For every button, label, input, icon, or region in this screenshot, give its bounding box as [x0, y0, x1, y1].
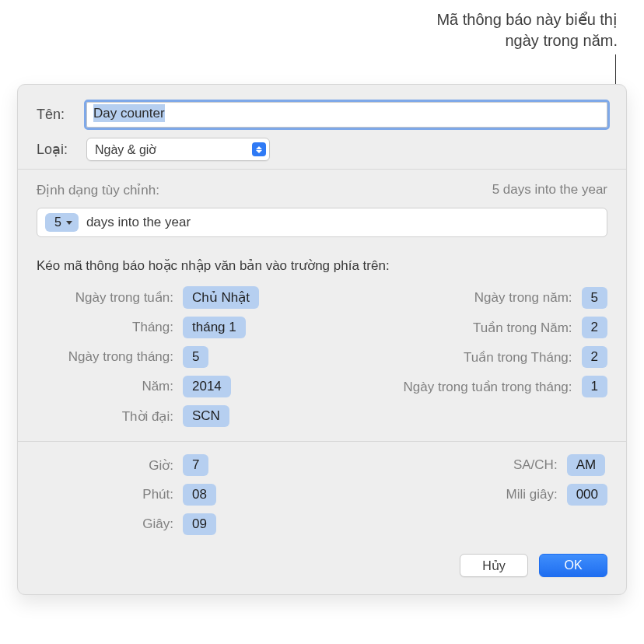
ok-button[interactable]: OK	[539, 554, 607, 577]
label-year: Năm:	[37, 379, 173, 394]
chevron-down-icon	[66, 221, 72, 225]
label-ampm: SA/CH:	[359, 457, 558, 473]
token-hour[interactable]: 7	[183, 454, 208, 476]
custom-format-dialog: Tên: Day counter Loại: Ngày & giờ Định d…	[17, 84, 627, 595]
label-day-of-week: Ngày trong tuần:	[37, 289, 173, 306]
label-era: Thời đại:	[37, 408, 173, 425]
token-week-of-month[interactable]: 2	[582, 346, 607, 368]
label-weekday-in-month: Ngày trong tuần trong tháng:	[373, 379, 572, 395]
cancel-button-label: Hủy	[482, 558, 506, 573]
label-hour: Giờ:	[37, 457, 173, 474]
label-day-of-year: Ngày trong năm:	[373, 290, 572, 306]
custom-format-preview: 5 days into the year	[492, 182, 607, 198]
token-week-of-year[interactable]: 2	[582, 317, 607, 338]
token-second[interactable]: 09	[183, 513, 216, 535]
chevron-updown-icon	[252, 142, 266, 156]
name-label: Tên:	[37, 107, 86, 123]
callout-text: Mã thông báo này biểu thị ngày trong năm…	[291, 9, 618, 51]
label-minute: Phút:	[37, 487, 173, 502]
custom-format-title: Định dạng tùy chỉnh:	[37, 182, 159, 198]
format-token-value: 5	[54, 215, 61, 229]
name-input[interactable]: Day counter	[86, 102, 607, 128]
label-month: Tháng:	[37, 320, 173, 335]
divider	[18, 441, 626, 442]
token-ms[interactable]: 000	[567, 484, 607, 506]
name-input-value: Day counter	[93, 104, 165, 122]
divider	[18, 169, 626, 170]
cancel-button[interactable]: Hủy	[460, 554, 528, 577]
token-minute[interactable]: 08	[183, 484, 216, 506]
format-field[interactable]: 5 days into the year	[37, 208, 607, 237]
token-day-of-week[interactable]: Chủ Nhật	[183, 286, 259, 309]
token-era[interactable]: SCN	[183, 405, 229, 427]
token-day-of-year[interactable]: 5	[582, 287, 607, 309]
callout-line1: Mã thông báo này biểu thị	[436, 11, 618, 28]
label-ms: Mili giây:	[359, 487, 558, 502]
label-week-of-year: Tuần trong Năm:	[373, 320, 572, 336]
label-second: Giây:	[37, 516, 173, 532]
token-year[interactable]: 2014	[183, 376, 231, 397]
ok-button-label: OK	[564, 558, 582, 572]
token-day-of-month[interactable]: 5	[183, 346, 208, 368]
token-month[interactable]: tháng 1	[183, 317, 246, 338]
callout-line2: ngày trong năm.	[505, 32, 618, 49]
type-label: Loại:	[37, 141, 86, 158]
format-token-day-of-year[interactable]: 5	[45, 213, 79, 232]
token-ampm[interactable]: AM	[567, 454, 606, 476]
instruction-text: Kéo mã thông báo hoặc nhập văn bản vào t…	[37, 257, 607, 274]
type-select-value: Ngày & giờ	[95, 142, 252, 157]
type-select[interactable]: Ngày & giờ	[86, 138, 270, 161]
label-day-of-month: Ngày trong tháng:	[37, 349, 173, 365]
token-weekday-in-month[interactable]: 1	[582, 376, 607, 397]
format-suffix-text: days into the year	[86, 215, 191, 230]
label-week-of-month: Tuần trong Tháng:	[373, 349, 572, 366]
